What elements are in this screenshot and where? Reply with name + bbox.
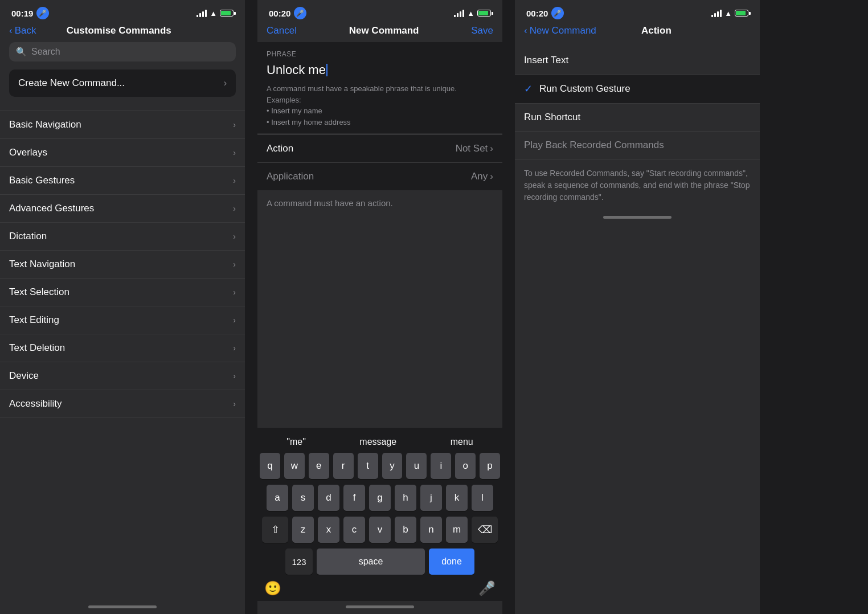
command-categories-list: Basic Navigation › Overlays › Basic Gest… — [0, 110, 245, 601]
list-item-advanced-gestures[interactable]: Advanced Gestures › — [0, 195, 245, 223]
signal-icon-3 — [711, 10, 722, 17]
key-o[interactable]: o — [455, 453, 476, 479]
keyboard-bottom-row: 🙂 🎤 — [260, 575, 500, 599]
list-item-label: Dictation — [9, 231, 47, 242]
done-key[interactable]: done — [429, 548, 474, 575]
panel-customise-commands: 00:19 🎤 ▲ ‹ Back Customise Commands 🔍 S — [0, 0, 245, 614]
key-g[interactable]: g — [369, 485, 391, 511]
key-q[interactable]: q — [260, 453, 280, 479]
suggestion-menu[interactable]: menu — [451, 437, 473, 447]
back-button-1[interactable]: ‹ Back — [9, 25, 36, 36]
key-n[interactable]: n — [420, 517, 442, 543]
key-r[interactable]: r — [333, 453, 354, 479]
key-c[interactable]: c — [343, 517, 365, 543]
key-e[interactable]: e — [309, 453, 329, 479]
back-button-3[interactable]: ‹ New Command — [524, 25, 596, 36]
shift-key[interactable]: ⇧ — [262, 517, 288, 543]
key-l[interactable]: l — [472, 485, 493, 511]
list-item-text-navigation[interactable]: Text Navigation › — [0, 251, 245, 279]
list-item-text-editing[interactable]: Text Editing › — [0, 306, 245, 334]
key-w[interactable]: w — [284, 453, 305, 479]
suggestion-me[interactable]: "me" — [286, 437, 306, 447]
action-item-play-back-recorded[interactable]: Play Back Recorded Commands — [515, 132, 760, 159]
action-item-run-custom-gesture[interactable]: ✓ Run Custom Gesture — [515, 75, 760, 104]
list-item-text-selection[interactable]: Text Selection › — [0, 279, 245, 306]
search-input-1[interactable]: Search — [31, 47, 60, 57]
key-k[interactable]: k — [446, 485, 468, 511]
key-a[interactable]: a — [267, 485, 288, 511]
key-t[interactable]: t — [358, 453, 378, 479]
search-bar-1[interactable]: 🔍 Search — [9, 42, 236, 62]
chevron-right-icon: › — [233, 148, 236, 157]
create-button-label: Create New Command... — [18, 77, 125, 89]
signal-icon-2 — [454, 10, 464, 17]
key-u[interactable]: u — [406, 453, 427, 479]
list-item-label: Accessibility — [9, 398, 62, 410]
phrase-section: PHRASE Unlock me A command must have a s… — [257, 42, 502, 133]
create-new-command-button[interactable]: Create New Command... › — [9, 69, 236, 97]
list-item-text-deletion[interactable]: Text Deletion › — [0, 334, 245, 362]
phrase-input-field[interactable]: Unlock me — [267, 63, 493, 77]
mic-key[interactable]: 🎤 — [478, 580, 496, 596]
list-item-device[interactable]: Device › — [0, 362, 245, 390]
battery-fill-3 — [736, 11, 746, 15]
list-item-accessibility[interactable]: Accessibility › — [0, 390, 245, 418]
cancel-button[interactable]: Cancel — [267, 25, 297, 36]
key-z[interactable]: z — [292, 517, 314, 543]
list-item-label: Advanced Gestures — [9, 203, 94, 214]
action-item-run-shortcut[interactable]: Run Shortcut — [515, 104, 760, 132]
key-i[interactable]: i — [431, 453, 451, 479]
home-indicator-1 — [88, 605, 157, 608]
key-m[interactable]: m — [446, 517, 468, 543]
action-row-value: Not Set › — [456, 143, 493, 154]
chevron-right-icon: › — [233, 343, 236, 353]
action-item-insert-text[interactable]: Insert Text — [515, 47, 760, 75]
key-h[interactable]: h — [395, 485, 416, 511]
save-button[interactable]: Save — [471, 25, 493, 36]
list-item-basic-gestures[interactable]: Basic Gestures › — [0, 167, 245, 195]
nav-title-2: New Command — [349, 25, 419, 36]
keyboard: "me" message menu q w e r t y u i o p a … — [257, 428, 502, 601]
application-row[interactable]: Application Any › — [257, 162, 502, 190]
status-left-1: 00:19 🎤 — [11, 7, 49, 19]
wifi-icon-3: ▲ — [724, 9, 732, 18]
suggestion-message[interactable]: message — [359, 437, 396, 447]
nav-bar-3: ‹ New Command Action — [515, 23, 760, 42]
key-b[interactable]: b — [395, 517, 416, 543]
delete-key[interactable]: ⌫ — [472, 517, 498, 543]
key-d[interactable]: d — [318, 485, 339, 511]
nav-bar-2: Cancel New Command Save — [257, 23, 502, 42]
chevron-right-icon: › — [233, 176, 236, 185]
phrase-section-label: PHRASE — [267, 50, 493, 58]
keyboard-row-2: a s d f g h j k l — [260, 485, 500, 511]
list-item-dictation[interactable]: Dictation › — [0, 223, 245, 251]
status-left-2: 00:20 🎤 — [269, 7, 306, 19]
panel-action: 00:20 🎤 ▲ ‹ New Command Action I — [515, 0, 760, 614]
action-not-set-text: Not Set — [456, 143, 488, 154]
action-row-label: Action — [267, 143, 293, 154]
battery-icon-2 — [477, 10, 491, 17]
action-item-label: Insert Text — [524, 55, 568, 66]
action-chevron: › — [490, 143, 493, 154]
recorded-commands-hint: To use Recorded Commands, say "Start rec… — [515, 159, 760, 211]
list-item-overlays[interactable]: Overlays › — [0, 139, 245, 167]
key-s[interactable]: s — [292, 485, 314, 511]
key-y[interactable]: y — [382, 453, 403, 479]
chevron-right-icon: › — [233, 232, 236, 241]
application-chevron: › — [490, 171, 493, 182]
numbers-key[interactable]: 123 — [285, 548, 313, 575]
list-item-label: Basic Navigation — [9, 119, 81, 130]
action-item-label: Play Back Recorded Commands — [524, 140, 664, 151]
action-row[interactable]: Action Not Set › — [257, 134, 502, 162]
list-item-label: Basic Gestures — [9, 175, 75, 186]
list-item-basic-navigation[interactable]: Basic Navigation › — [0, 110, 245, 139]
emoji-key[interactable]: 🙂 — [264, 580, 281, 596]
key-x[interactable]: x — [318, 517, 339, 543]
space-key[interactable]: space — [317, 548, 425, 575]
key-p[interactable]: p — [480, 453, 500, 479]
key-v[interactable]: v — [369, 517, 391, 543]
key-j[interactable]: j — [420, 485, 442, 511]
list-item-label: Text Selection — [9, 286, 69, 298]
keyboard-row-1: q w e r t y u i o p — [260, 453, 500, 479]
key-f[interactable]: f — [343, 485, 365, 511]
